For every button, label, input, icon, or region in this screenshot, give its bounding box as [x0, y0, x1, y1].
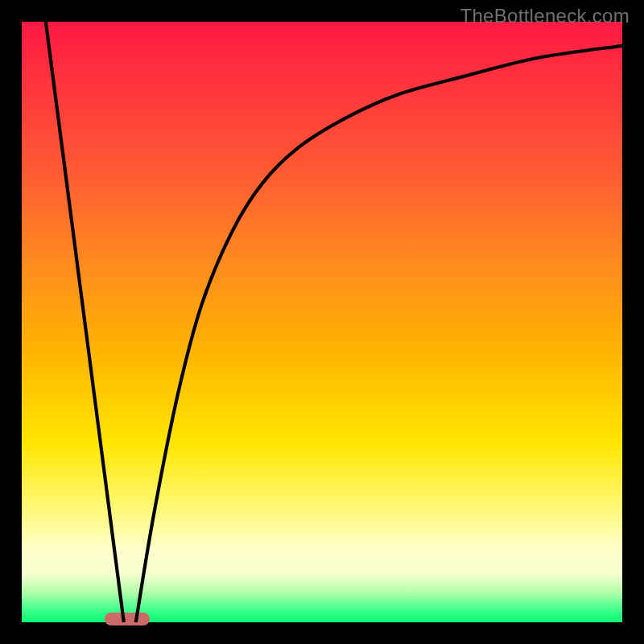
- watermark-text: TheBottleneck.com: [460, 5, 630, 27]
- chart-line-path: [46, 22, 622, 622]
- chart-curve-svg: [22, 22, 622, 622]
- chart-plot-area: [22, 22, 622, 622]
- chart-frame: TheBottleneck.com: [0, 0, 644, 644]
